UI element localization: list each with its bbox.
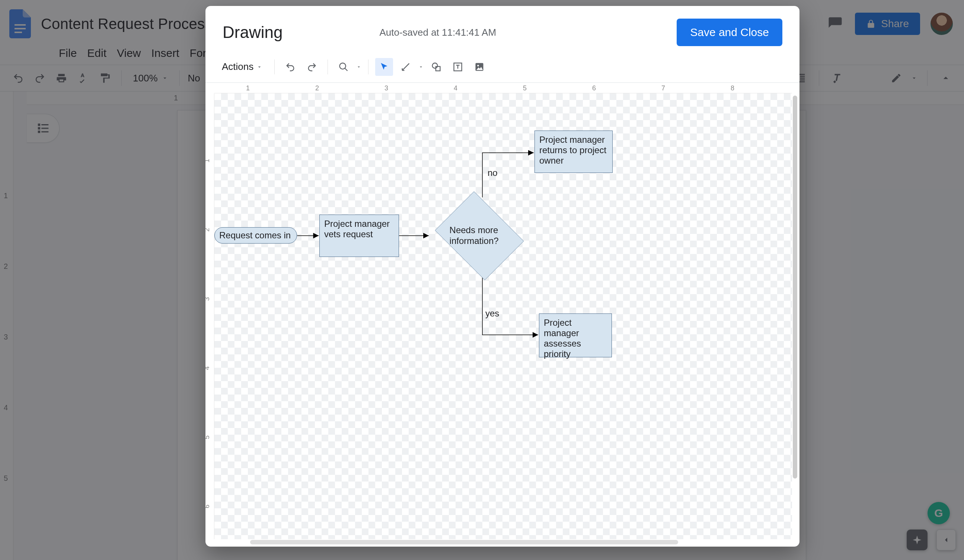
flow-return-owner-process[interactable]: Project manager returns to project owner: [534, 130, 613, 173]
flow-decision[interactable]: Needs more information?: [430, 197, 529, 275]
drawing-toolbar: Actions: [205, 54, 800, 83]
chevron-down-icon: [356, 64, 362, 70]
flow-vet-process[interactable]: Project manager vets request: [319, 214, 399, 257]
flow-vet-label: Project manager vets request: [324, 219, 394, 239]
flow-edge-no: no: [488, 168, 498, 178]
redo-icon[interactable]: [303, 58, 321, 76]
svg-rect-11: [436, 66, 440, 71]
text-box-tool-icon[interactable]: [449, 58, 467, 76]
actions-menu[interactable]: Actions: [217, 57, 268, 76]
svg-point-10: [433, 63, 438, 68]
zoom-icon[interactable]: [335, 58, 352, 76]
drawing-canvas[interactable]: Request comes in Project manager vets re…: [214, 93, 792, 539]
flow-start-terminator[interactable]: Request comes in: [214, 227, 297, 243]
drawing-header: Drawing Auto-saved at 11:41:41 AM Save a…: [205, 6, 800, 54]
flow-edge-yes: yes: [485, 308, 499, 319]
flow-assess-label: Project manager assesses priority: [544, 318, 607, 359]
flow-connectors: [214, 93, 792, 539]
drawing-dialog: Drawing Auto-saved at 11:41:41 AM Save a…: [205, 6, 800, 547]
chevron-down-icon: [256, 64, 262, 70]
canvas-scrollbar-vertical[interactable]: [793, 96, 797, 479]
line-tool-icon[interactable]: [397, 58, 415, 76]
save-and-close-button[interactable]: Save and Close: [677, 19, 782, 46]
flow-assess-process[interactable]: Project manager assesses priority: [539, 313, 612, 357]
drawing-canvas-area: 1 2 3 4 5 6 7 8 1 2 3 4 5 6: [205, 83, 800, 547]
shape-tool-icon[interactable]: [427, 58, 445, 76]
select-tool-icon[interactable]: [375, 58, 393, 76]
svg-point-14: [477, 65, 479, 67]
canvas-scrollbar-horizontal[interactable]: [250, 540, 678, 544]
drawing-ruler-v: 1 2 3 4 5 6: [205, 93, 214, 539]
chevron-down-icon: [418, 64, 423, 70]
svg-point-9: [340, 63, 346, 69]
drawing-ruler-h: 1 2 3 4 5 6 7 8: [214, 83, 792, 93]
flow-return-owner-label: Project manager returns to project owner: [539, 135, 608, 166]
drawing-title: Drawing: [223, 23, 282, 42]
image-tool-icon[interactable]: [471, 58, 489, 76]
flow-start-label: Request comes in: [219, 230, 291, 240]
flow-decision-label: Needs more information?: [449, 225, 510, 247]
autosave-status: Auto-saved at 11:41:41 AM: [379, 27, 496, 38]
undo-icon[interactable]: [282, 58, 299, 76]
